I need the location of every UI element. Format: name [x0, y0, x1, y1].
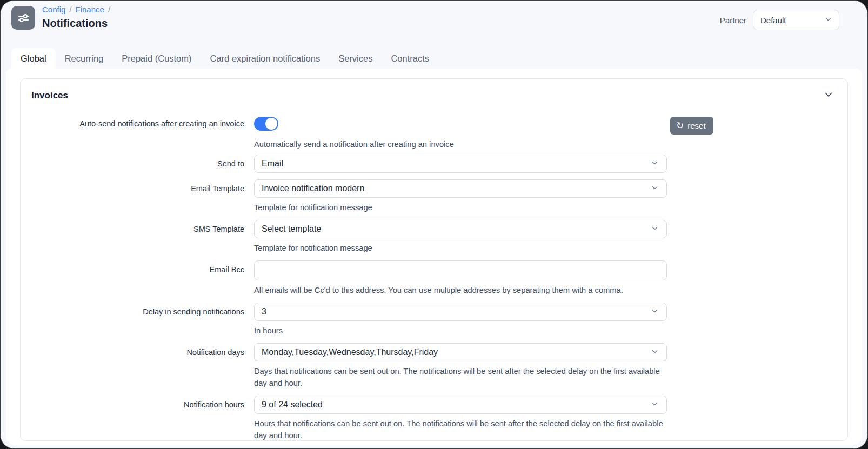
breadcrumb-separator: /	[69, 5, 71, 14]
field-label: Email Template	[31, 179, 254, 213]
chevron-down-icon	[824, 15, 832, 25]
tab-bar: Global Recurring Prepaid (Custom) Card e…	[11, 48, 438, 69]
tab-contracts[interactable]: Contracts	[382, 48, 438, 69]
invoices-section-header: Invoices	[31, 89, 834, 103]
breadcrumb: Config / Finance /	[42, 5, 110, 14]
breadcrumb-link-finance[interactable]: Finance	[76, 5, 104, 14]
field-control: 9 of 24 selected Hours that notification…	[254, 396, 667, 441]
reset-button-label: reset	[687, 121, 705, 130]
chevron-down-icon	[651, 224, 659, 234]
field-label: Notification hours	[31, 396, 254, 441]
tab-services[interactable]: Services	[329, 48, 382, 69]
chevron-down-icon	[824, 90, 833, 102]
field-help-text: Automatically send a notification after …	[254, 138, 667, 150]
field-help-text: Hours that notifications can be sent out…	[254, 418, 667, 441]
page-title: Notifications	[42, 17, 108, 30]
select-value: Select template	[262, 224, 321, 234]
field-label: Notification days	[31, 343, 254, 389]
field-row-delay: Delay in sending notifications 3 In hour…	[31, 303, 834, 337]
field-control: 3 In hours	[254, 303, 667, 337]
chevron-down-icon	[651, 184, 659, 194]
select-value: 3	[262, 307, 266, 317]
invoices-section-card: Invoices Auto-send notifications after c…	[20, 78, 848, 441]
field-label: Email Bcc	[31, 260, 254, 296]
field-row-auto-send: Auto-send notifications after creating a…	[31, 117, 834, 150]
field-row-email-template: Email Template Invoice notification mode…	[31, 179, 834, 213]
partner-select[interactable]: Default	[753, 10, 839, 30]
field-label: Auto-send notifications after creating a…	[31, 117, 254, 150]
breadcrumb-separator: /	[108, 5, 110, 14]
tab-card-expiration-notifications[interactable]: Card expiration notifications	[201, 48, 330, 69]
select-value: Invoice notification modern	[262, 184, 364, 193]
field-help-text: Template for notification message	[254, 202, 667, 213]
field-help-text: In hours	[254, 325, 667, 337]
field-control: Email	[254, 155, 667, 173]
tab-global[interactable]: Global	[11, 48, 56, 69]
send-to-select[interactable]: Email	[254, 155, 667, 173]
sms-template-select[interactable]: Select template	[254, 220, 667, 238]
toggle-knob	[265, 118, 277, 130]
email-template-select[interactable]: Invoice notification modern	[254, 179, 667, 198]
select-value: Monday,Tuesday,Wednesday,Thursday,Friday	[262, 347, 438, 357]
partner-label: Partner	[720, 16, 746, 25]
field-row-sms-template: SMS Template Select template Template fo…	[31, 220, 834, 254]
field-control: Invoice notification modern Template for…	[254, 179, 667, 213]
field-row-notification-days: Notification days Monday,Tuesday,Wednesd…	[31, 343, 834, 389]
email-bcc-input[interactable]	[254, 260, 667, 280]
field-row-notification-hours: Notification hours 9 of 24 selected Hour…	[31, 396, 834, 441]
notification-hours-select[interactable]: 9 of 24 selected	[254, 396, 667, 414]
field-label: SMS Template	[31, 220, 254, 254]
select-value: Email	[262, 159, 283, 169]
partner-field: Partner Default	[720, 10, 839, 30]
select-value: 9 of 24 selected	[262, 400, 323, 410]
field-help-text: Days that notifications can be sent out …	[254, 365, 667, 389]
field-control: Monday,Tuesday,Wednesday,Thursday,Friday…	[254, 343, 667, 389]
chevron-down-icon	[651, 307, 659, 317]
tab-recurring[interactable]: Recurring	[56, 48, 113, 69]
partner-select-value: Default	[760, 16, 786, 25]
notification-days-select[interactable]: Monday,Tuesday,Wednesday,Thursday,Friday	[254, 343, 667, 361]
field-control: Select template Template for notificatio…	[254, 220, 667, 254]
refresh-icon: ↻	[676, 121, 684, 130]
chevron-down-icon	[651, 159, 659, 169]
field-row-email-bcc: Email Bcc All emails will be Cc'd to thi…	[31, 260, 834, 296]
tab-content-panel: Invoices Auto-send notifications after c…	[6, 69, 862, 445]
field-label: Send to	[31, 155, 254, 173]
field-control: All emails will be Cc'd to this address.…	[254, 260, 667, 296]
breadcrumb-link-config[interactable]: Config	[42, 5, 65, 14]
section-collapse-button[interactable]	[823, 89, 834, 103]
field-help-text: Template for notification message	[254, 242, 667, 254]
auto-send-toggle[interactable]	[254, 117, 278, 131]
app-window: Config / Finance / Notifications Partner…	[0, 0, 868, 449]
field-row-send-to: Send to Email	[31, 155, 834, 173]
tab-prepaid-custom[interactable]: Prepaid (Custom)	[112, 48, 201, 69]
reset-button[interactable]: ↻ reset	[670, 117, 713, 135]
chevron-down-icon	[651, 400, 659, 410]
field-label: Delay in sending notifications	[31, 303, 254, 337]
field-help-text: All emails will be Cc'd to this address.…	[254, 284, 667, 296]
field-control: Automatically send a notification after …	[254, 117, 667, 150]
section-title: Invoices	[31, 90, 68, 101]
delay-select[interactable]: 3	[254, 303, 667, 321]
sliders-icon	[11, 6, 35, 30]
chevron-down-icon	[651, 347, 659, 358]
